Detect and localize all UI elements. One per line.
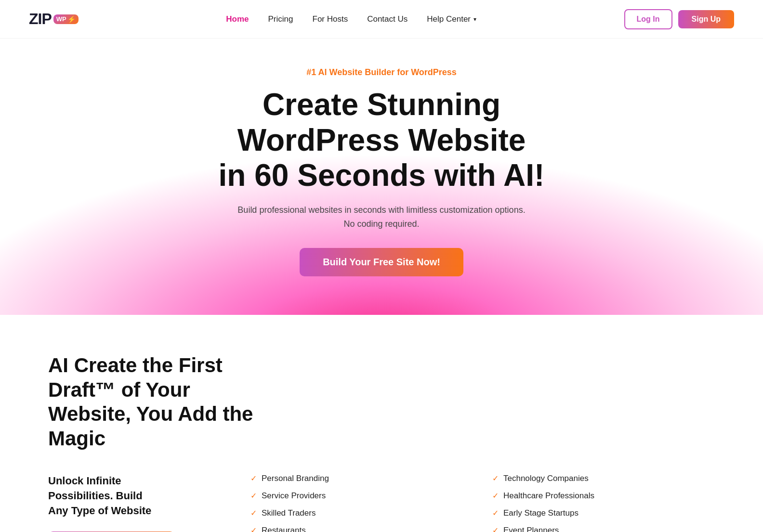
nav-item-contact[interactable]: Contact Us xyxy=(367,14,408,24)
logo-lightning-icon: ⚡ xyxy=(67,15,76,23)
check-icon: ✓ xyxy=(250,508,257,518)
feature-label: Skilled Traders xyxy=(262,508,316,518)
features-section: AI Create the First Draft™ of Your Websi… xyxy=(0,315,763,532)
hero-title-line2: in 60 Seconds with AI! xyxy=(219,158,545,193)
chevron-down-icon: ▾ xyxy=(474,16,476,23)
section2-left-title: Unlock Infinite Possibilities. Build Any… xyxy=(48,474,231,518)
list-item: ✓ Early Stage Startups xyxy=(492,508,715,518)
hero-tag: #1 AI Website Builder for WordPress xyxy=(189,67,574,78)
navbar: ZIP WP ⚡ Home Pricing For Hosts Contact … xyxy=(0,0,763,39)
signup-button[interactable]: Sign Up xyxy=(678,10,734,28)
logo[interactable]: ZIP WP ⚡ xyxy=(29,10,79,28)
logo-badge-wp: WP xyxy=(56,15,66,23)
check-icon: ✓ xyxy=(492,508,499,518)
login-button[interactable]: Log In xyxy=(624,9,672,29)
hero-subtitle-line2: No coding required. xyxy=(343,219,419,229)
logo-text: ZIP xyxy=(29,10,52,28)
hero-subtitle-line1: Build professional websites in seconds w… xyxy=(237,205,525,215)
list-item: ✓ Event Planners xyxy=(492,526,715,532)
list-item: ✓ Healthcare Professionals xyxy=(492,491,715,501)
nav-item-for-hosts[interactable]: For Hosts xyxy=(313,14,348,24)
list-item: ✓ Personal Branding xyxy=(250,474,473,483)
check-icon: ✓ xyxy=(492,474,499,483)
nav-link-pricing[interactable]: Pricing xyxy=(268,14,293,24)
nav-link-for-hosts[interactable]: For Hosts xyxy=(313,14,348,24)
check-icon: ✓ xyxy=(250,526,257,532)
feature-list-col1: ✓ Personal Branding ✓ Service Providers … xyxy=(250,474,473,532)
section2-col1: ✓ Personal Branding ✓ Service Providers … xyxy=(250,474,473,532)
check-icon: ✓ xyxy=(250,474,257,483)
nav-link-home[interactable]: Home xyxy=(226,14,249,24)
nav-item-home[interactable]: Home xyxy=(226,14,249,24)
section2-title-line2: Website, You Add the Magic xyxy=(48,402,253,449)
feature-list-col2: ✓ Technology Companies ✓ Healthcare Prof… xyxy=(492,474,715,532)
section2-left: Unlock Infinite Possibilities. Build Any… xyxy=(48,474,231,532)
list-item: ✓ Technology Companies xyxy=(492,474,715,483)
list-item: ✓ Restaurants xyxy=(250,526,473,532)
hero-cta-button[interactable]: Build Your Free Site Now! xyxy=(300,248,463,276)
feature-label: Healthcare Professionals xyxy=(503,491,594,501)
nav-item-help[interactable]: Help Center ▾ xyxy=(427,14,476,24)
nav-link-contact[interactable]: Contact Us xyxy=(367,14,408,24)
hero-title-line1: Create Stunning WordPress Website xyxy=(237,87,526,157)
check-icon: ✓ xyxy=(492,491,499,500)
help-center-dropdown[interactable]: Help Center ▾ xyxy=(427,14,476,24)
nav-links: Home Pricing For Hosts Contact Us Help C… xyxy=(226,14,476,24)
feature-label: Event Planners xyxy=(503,526,559,532)
feature-label: Technology Companies xyxy=(503,474,589,483)
nav-item-pricing[interactable]: Pricing xyxy=(268,14,293,24)
list-item: ✓ Service Providers xyxy=(250,491,473,501)
section2-title-line1: AI Create the First Draft™ of Your xyxy=(48,354,223,401)
feature-label: Early Stage Startups xyxy=(503,508,579,518)
help-center-label: Help Center xyxy=(427,14,471,24)
feature-label: Service Providers xyxy=(262,491,326,501)
section2-col2: ✓ Technology Companies ✓ Healthcare Prof… xyxy=(492,474,715,532)
list-item: ✓ Skilled Traders xyxy=(250,508,473,518)
section2-grid: Unlock Infinite Possibilities. Build Any… xyxy=(48,474,715,532)
logo-badge: WP ⚡ xyxy=(53,14,79,24)
check-icon: ✓ xyxy=(250,491,257,500)
hero-section: #1 AI Website Builder for WordPress Crea… xyxy=(0,39,763,315)
nav-buttons: Log In Sign Up xyxy=(624,9,734,29)
hero-title: Create Stunning WordPress Website in 60 … xyxy=(189,87,574,194)
feature-label: Personal Branding xyxy=(262,474,329,483)
check-icon: ✓ xyxy=(492,526,499,532)
hero-content: #1 AI Website Builder for WordPress Crea… xyxy=(189,67,574,276)
feature-label: Restaurants xyxy=(262,526,306,532)
hero-subtitle: Build professional websites in seconds w… xyxy=(189,203,574,231)
section2-title: AI Create the First Draft™ of Your Websi… xyxy=(48,353,289,451)
